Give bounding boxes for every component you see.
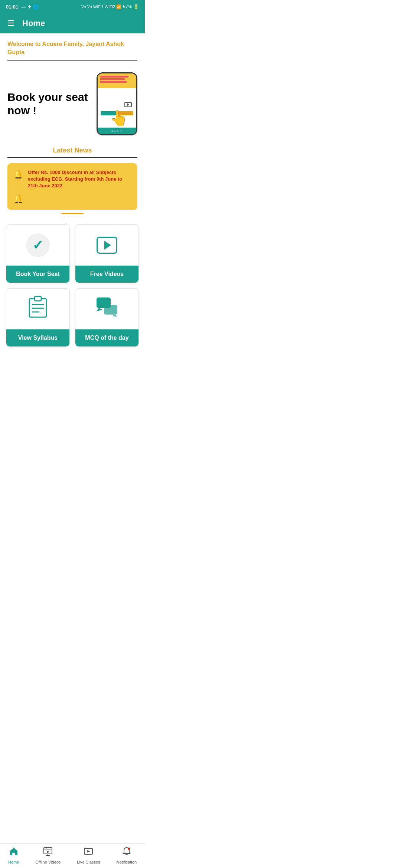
free-videos-label: Free Videos <box>75 266 138 283</box>
latest-news-section: Latest News 🔔 Offer Rs. 1000 Discount in… <box>0 143 145 218</box>
news-text-1: Offer Rs. 1000 Discount in all Subjects … <box>28 169 131 190</box>
status-left: 01:01 — ✦ 🌐 <box>6 4 39 10</box>
bell-icon-2: 🔔 <box>13 194 23 204</box>
free-videos-card[interactable]: Free Videos <box>75 224 139 283</box>
status-right: Vo Vo WiFi1 WiFi2 📶 57% 🔋 <box>81 4 139 9</box>
welcome-divider <box>7 60 137 61</box>
play-box-icon <box>97 237 117 254</box>
view-syllabus-icon-area <box>6 289 69 329</box>
status-time: 01:01 <box>6 4 18 10</box>
welcome-text: Welcome to Acuere Family, Jayant Ashok G… <box>7 40 137 57</box>
news-item-2: 🔔 <box>13 194 131 204</box>
battery-text: 57% <box>123 4 132 9</box>
svg-rect-1 <box>35 296 41 301</box>
mcq-card[interactable]: MCQ of the day <box>75 288 139 347</box>
status-icons: — ✦ 🌐 <box>21 4 39 10</box>
book-your-seat-icon-area: ✓ <box>6 225 69 266</box>
view-syllabus-card[interactable]: View Syllabus <box>6 288 70 347</box>
play-triangle-icon <box>104 241 111 250</box>
main-content: Welcome to Acuere Family, Jayant Ashok G… <box>0 33 145 383</box>
welcome-section: Welcome to Acuere Family, Jayant Ashok G… <box>0 33 145 69</box>
hamburger-icon[interactable]: ☰ <box>7 19 15 28</box>
phone-header <box>98 73 136 88</box>
news-item-1: 🔔 Offer Rs. 1000 Discount in all Subject… <box>13 169 131 190</box>
svg-rect-6 <box>104 305 117 315</box>
bell-icon-1: 🔔 <box>13 170 23 180</box>
news-card: 🔔 Offer Rs. 1000 Discount in all Subject… <box>7 163 137 210</box>
mcq-label: MCQ of the day <box>75 329 138 346</box>
nav-title: Home <box>22 19 45 28</box>
news-indicator <box>61 213 84 214</box>
chat-icon <box>96 297 118 321</box>
banner-text: Book your seat now ! <box>7 91 97 117</box>
mcq-icon-area <box>75 289 138 329</box>
hand-emoji: 👆 <box>110 109 128 127</box>
check-mark-icon: ✓ <box>32 237 43 253</box>
book-your-seat-label: Book Your Seat <box>6 266 69 283</box>
news-divider <box>7 157 137 158</box>
phone-body: 👆 <box>98 88 136 128</box>
wifi-icon: Vo Vo WiFi1 WiFi2 📶 <box>81 4 121 9</box>
latest-news-title: Latest News <box>7 147 137 154</box>
nav-bar: ☰ Home <box>0 13 145 33</box>
phone-play-btn <box>124 102 132 107</box>
battery-icon: 🔋 <box>133 4 139 9</box>
check-circle: ✓ <box>26 233 50 257</box>
book-your-seat-card[interactable]: ✓ Book Your Seat <box>6 224 70 283</box>
banner-section: Book your seat now ! 👆 <box>0 69 145 143</box>
cards-grid: ✓ Book Your Seat Free Videos <box>0 218 145 354</box>
phone-bottom-bar: ⌂ □ ▷ ☆ <box>98 128 136 134</box>
phone-mockup: 👆 ⌂ □ ▷ ☆ <box>97 72 137 135</box>
clipboard-icon <box>28 296 48 322</box>
free-videos-icon-area <box>75 225 138 266</box>
view-syllabus-label: View Syllabus <box>6 329 69 346</box>
status-bar: 01:01 — ✦ 🌐 Vo Vo WiFi1 WiFi2 📶 57% 🔋 <box>0 0 145 13</box>
